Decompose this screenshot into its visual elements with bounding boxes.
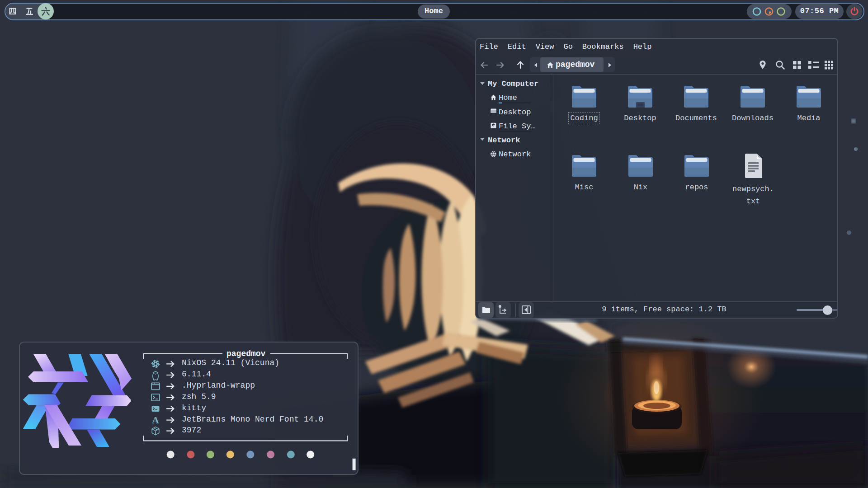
svg-text:A: A bbox=[152, 414, 159, 426]
